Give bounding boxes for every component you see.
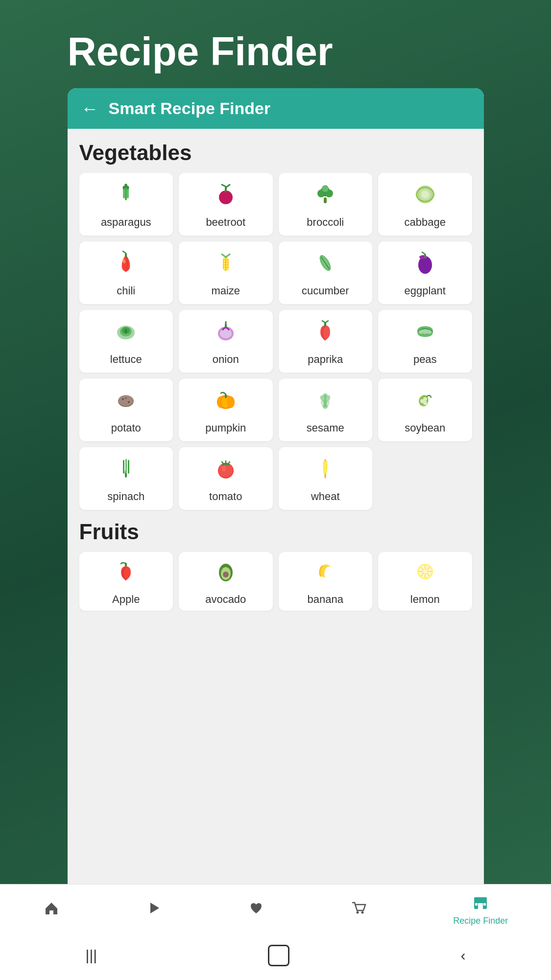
item-tomato[interactable]: tomato: [179, 447, 273, 510]
svg-point-76: [219, 463, 233, 477]
cucumber-label: cucumber: [302, 285, 349, 297]
svg-point-45: [223, 331, 229, 336]
sys-back-icon[interactable]: |||: [86, 947, 97, 964]
beetroot-icon: [213, 182, 239, 211]
item-wheat[interactable]: wheat: [279, 447, 373, 510]
eggplant-icon: [412, 250, 438, 280]
pumpkin-icon: [213, 387, 239, 417]
vegetables-grid: asparagus beetroot: [79, 173, 472, 510]
potato-label: potato: [111, 422, 141, 434]
item-beetroot[interactable]: beetroot: [179, 173, 273, 236]
item-chili[interactable]: chili: [79, 241, 173, 304]
svg-line-8: [222, 185, 226, 187]
asparagus-label: asparagus: [101, 216, 151, 229]
svg-point-55: [128, 401, 130, 403]
cabbage-label: cabbage: [405, 216, 446, 229]
nav-cart[interactable]: [351, 900, 367, 920]
svg-line-20: [123, 251, 126, 253]
eggplant-label: eggplant: [405, 285, 446, 297]
wheat-label: wheat: [311, 490, 340, 503]
svg-point-56: [125, 398, 127, 399]
item-soybean[interactable]: soybean: [378, 379, 472, 441]
item-banana[interactable]: banana: [279, 552, 373, 611]
lettuce-label: lettuce: [110, 353, 142, 366]
item-avocado[interactable]: avocado: [179, 552, 273, 611]
svg-point-80: [222, 466, 226, 472]
sesame-icon: [312, 387, 338, 417]
avocado-icon: [213, 559, 239, 588]
item-sesame[interactable]: sesame: [279, 379, 373, 441]
item-maize[interactable]: maize: [179, 241, 273, 304]
app-title: Recipe Finder: [68, 0, 484, 88]
svg-line-30: [226, 254, 230, 257]
peas-icon: [412, 319, 438, 348]
item-broccoli[interactable]: broccoli: [279, 173, 373, 236]
svg-point-69: [423, 397, 427, 401]
tomato-icon: [213, 456, 239, 485]
spinach-icon: [113, 456, 139, 485]
svg-line-9: [226, 185, 230, 188]
home-icon: [43, 900, 60, 920]
store-icon: [472, 893, 489, 914]
svg-rect-72: [123, 460, 124, 474]
card-body: Vegetables asparagus: [68, 129, 484, 980]
svg-rect-105: [474, 897, 487, 901]
lemon-icon: [412, 559, 438, 588]
maize-icon: [213, 250, 239, 280]
item-cabbage[interactable]: cabbage: [378, 173, 472, 236]
item-lemon[interactable]: lemon: [378, 552, 472, 611]
fruits-grid: Apple avocado: [79, 552, 472, 611]
item-cucumber[interactable]: cucumber: [279, 241, 373, 304]
lettuce-icon: [113, 319, 139, 348]
peas-label: peas: [413, 353, 437, 366]
item-spinach[interactable]: spinach: [79, 447, 173, 510]
svg-rect-73: [125, 459, 127, 474]
onion-icon: [213, 319, 239, 348]
svg-point-60: [227, 396, 235, 408]
spinach-label: spinach: [107, 490, 144, 503]
sys-recent-icon[interactable]: ‹: [460, 947, 465, 964]
vegetables-section-title: Vegetables: [79, 141, 472, 165]
tomato-label: tomato: [209, 490, 242, 503]
cabbage-icon: [412, 182, 438, 211]
item-eggplant[interactable]: eggplant: [378, 241, 472, 304]
soybean-label: soybean: [405, 422, 445, 434]
sesame-label: sesame: [307, 422, 344, 434]
heart-icon: [248, 900, 264, 920]
cart-icon: [351, 900, 367, 920]
svg-point-14: [322, 185, 329, 192]
beetroot-label: beetroot: [206, 216, 245, 229]
maize-label: maize: [211, 285, 240, 297]
item-lettuce[interactable]: lettuce: [79, 310, 173, 373]
apple-label: Apple: [112, 593, 140, 606]
sys-home-button[interactable]: [268, 945, 289, 966]
svg-rect-106: [478, 903, 483, 909]
item-potato[interactable]: potato: [79, 379, 173, 441]
nav-recipe-finder[interactable]: Recipe Finder: [453, 893, 508, 926]
svg-rect-0: [125, 186, 127, 200]
nav-play[interactable]: [145, 900, 162, 920]
svg-rect-107: [475, 903, 478, 906]
svg-rect-74: [128, 460, 129, 474]
item-asparagus[interactable]: asparagus: [79, 173, 173, 236]
svg-point-5: [127, 186, 129, 190]
back-button[interactable]: ←: [81, 100, 99, 118]
item-peas[interactable]: peas: [378, 310, 472, 373]
svg-line-48: [325, 321, 328, 323]
svg-point-102: [356, 911, 359, 913]
svg-marker-101: [150, 903, 159, 913]
nav-heart[interactable]: [248, 900, 264, 920]
pumpkin-label: pumpkin: [205, 422, 246, 434]
item-paprika[interactable]: paprika: [279, 310, 373, 373]
item-onion[interactable]: onion: [179, 310, 273, 373]
banana-icon: [312, 559, 338, 588]
item-apple[interactable]: Apple: [79, 552, 173, 611]
avocado-label: avocado: [205, 593, 246, 606]
fruits-section-title: Fruits: [79, 520, 472, 544]
empty-slot: [378, 447, 472, 510]
apple-icon: [113, 559, 139, 588]
soybean-icon: [412, 387, 438, 417]
nav-home[interactable]: [43, 900, 60, 920]
item-pumpkin[interactable]: pumpkin: [179, 379, 273, 441]
svg-rect-108: [483, 903, 486, 906]
